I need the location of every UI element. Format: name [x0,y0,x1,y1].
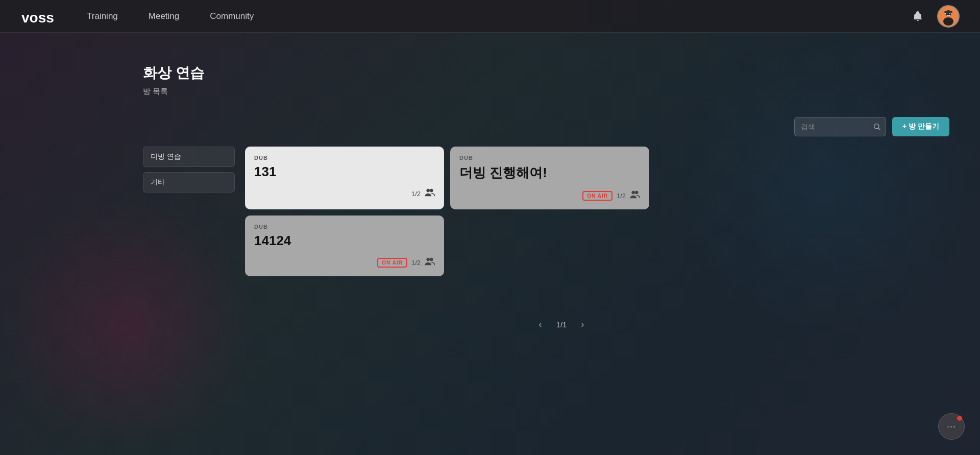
room-tag-3: DUB [254,224,435,230]
room-name-1: 131 [254,164,435,180]
logo[interactable]: voss [20,6,56,27]
svg-point-14 [635,191,639,195]
nav-right [909,5,960,28]
pagination-text: 1/1 [556,320,567,329]
pagination-prev-button[interactable]: ‹ [535,317,546,332]
search-box [794,117,886,136]
room-card-1[interactable]: DUB 131 1/2 [245,147,444,209]
svg-point-13 [631,191,635,195]
category-other[interactable]: 기타 [143,172,235,193]
page-title: 화상 연습 [143,63,980,83]
user-avatar[interactable] [937,5,960,28]
chat-dots-icon: ··· [947,421,956,432]
on-air-badge-2: ON AIR [582,191,612,201]
room-count-1: 1/2 [411,190,421,198]
room-tag-2: DUB [459,155,640,161]
room-footer-2: ON AIR 1/2 [459,190,640,201]
room-count-3: 1/2 [411,259,421,267]
nav-training[interactable]: Training [87,11,118,21]
room-name-3: 14124 [254,233,435,249]
on-air-badge-3: ON AIR [377,258,407,268]
nav-meeting[interactable]: Meeting [149,11,179,21]
nav-community[interactable]: Community [210,11,254,21]
room-footer-3: ON AIR 1/2 [254,257,435,268]
svg-point-3 [943,17,953,26]
create-room-button[interactable]: + 방 만들기 [892,117,949,136]
svg-point-15 [426,258,430,261]
people-icon-3 [425,257,435,268]
svg-rect-6 [944,11,952,13]
navbar: voss Training Meeting Community [0,0,980,33]
room-area: 더빙 연습 기타 DUB 131 1/2 [143,147,980,276]
room-count-2: 1/2 [617,192,626,200]
room-name-2: 더빙 진행해여! [459,164,640,182]
main-content: 화상 연습 방 목록 + 방 만들기 더빙 연습 기타 DUB 131 [0,33,980,347]
room-card-3[interactable]: DUB 14124 ON AIR 1/2 [245,215,444,276]
svg-text:voss: voss [21,10,54,26]
room-footer-1: 1/2 [254,188,435,199]
rooms-grid: DUB 131 1/2 DUB 더빙 [245,147,649,276]
chat-widget[interactable]: ··· [938,413,965,440]
page-subtitle: 방 목록 [143,87,980,97]
svg-line-10 [878,128,880,130]
category-dubbing-practice[interactable]: 더빙 연습 [143,147,235,167]
pagination: ‹ 1/1 › [143,317,980,347]
room-tag-1: DUB [254,155,435,161]
svg-point-7 [946,13,947,14]
room-card-2[interactable]: DUB 더빙 진행해여! ON AIR 1/2 [450,147,649,209]
nav-links: Training Meeting Community [87,11,909,21]
svg-point-12 [430,189,433,193]
svg-point-16 [430,258,433,261]
category-sidebar: 더빙 연습 기타 [143,147,235,276]
svg-point-11 [426,189,430,193]
people-icon-1 [425,188,435,199]
search-icon [873,123,881,131]
notification-bell-icon[interactable] [909,7,927,26]
svg-point-8 [950,13,951,14]
people-icon-2 [630,190,640,201]
toolbar: + 방 만들기 [143,117,980,136]
search-input[interactable] [794,117,886,136]
pagination-next-button[interactable]: › [577,317,588,332]
